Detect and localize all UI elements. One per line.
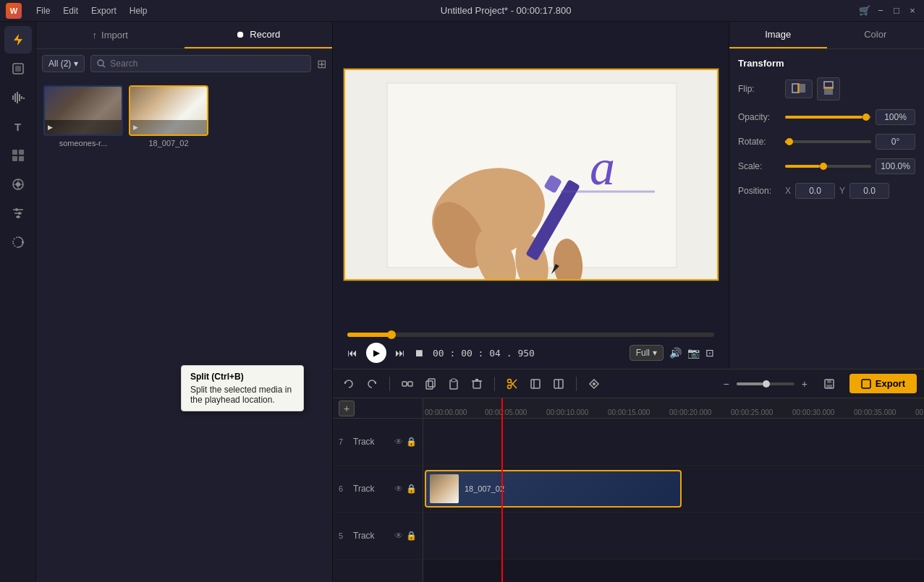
- split-tooltip: Split (Ctrl+B) Split the selected media …: [181, 365, 304, 411]
- scale-thumb[interactable]: [820, 163, 827, 170]
- opacity-label: Opacity:: [738, 112, 785, 122]
- lock-icon-6[interactable]: 🔒: [406, 484, 417, 494]
- opacity-fill: [785, 116, 862, 119]
- play-button[interactable]: ▶: [366, 343, 386, 363]
- sidebar-item-text[interactable]: T: [4, 113, 32, 140]
- grid-toggle[interactable]: ⊞: [317, 57, 326, 71]
- visibility-icon-5[interactable]: 👁: [394, 531, 403, 541]
- search-input[interactable]: [110, 59, 305, 69]
- svg-rect-69: [826, 385, 832, 388]
- zoom-out-button[interactable]: −: [720, 375, 732, 393]
- tab-image[interactable]: Image: [729, 22, 827, 48]
- track-number-5: 5: [339, 531, 347, 540]
- maximize-button[interactable]: □: [891, 5, 902, 17]
- marker-button[interactable]: [585, 375, 603, 393]
- flip-horizontal-button[interactable]: [785, 80, 813, 98]
- progress-bar[interactable]: [347, 333, 714, 337]
- opacity-thumb[interactable]: [862, 114, 870, 121]
- video-frame: a: [344, 69, 719, 281]
- svg-rect-54: [473, 381, 480, 388]
- ruler-mark-7: 00:00:35.000: [854, 408, 896, 416]
- chevron-down-icon: ▾: [74, 59, 78, 69]
- menu-export[interactable]: Export: [85, 4, 122, 17]
- position-x-input[interactable]: 0.0: [795, 183, 835, 199]
- rotate-thumb[interactable]: [786, 138, 793, 145]
- close-button[interactable]: ×: [907, 5, 918, 17]
- progress-thumb[interactable]: [387, 330, 396, 339]
- pip-button[interactable]: ⊡: [705, 347, 714, 359]
- svg-point-66: [593, 382, 595, 385]
- lock-icon-5[interactable]: 🔒: [406, 531, 417, 541]
- zoom-track[interactable]: [737, 382, 794, 385]
- list-item[interactable]: ▶ someones-r...: [43, 85, 123, 147]
- cut-button[interactable]: [504, 375, 521, 393]
- delete-button[interactable]: [468, 375, 486, 393]
- step-back-button[interactable]: ⏮: [347, 347, 357, 359]
- quality-selector[interactable]: Full ▾: [630, 345, 664, 361]
- visibility-icon-6[interactable]: 👁: [394, 484, 403, 494]
- rotate-slider[interactable]: [785, 140, 871, 143]
- svg-line-25: [103, 65, 105, 67]
- cart-icon[interactable]: 🛒: [859, 5, 870, 17]
- tab-color[interactable]: Color: [827, 22, 925, 48]
- app-logo: W: [6, 3, 22, 19]
- sidebar-item-filters[interactable]: [4, 200, 32, 227]
- playhead[interactable]: [501, 398, 503, 582]
- preview-video: a: [343, 68, 719, 281]
- motion-icon: [12, 236, 25, 249]
- step-forward-button[interactable]: ⏭: [395, 347, 405, 359]
- opacity-value[interactable]: 100%: [876, 109, 915, 125]
- export-button[interactable]: Export: [849, 374, 917, 393]
- undo-button[interactable]: [340, 375, 357, 393]
- list-item[interactable]: ▶ 18_007_02: [129, 85, 208, 147]
- tab-import[interactable]: ↑ Import: [36, 22, 185, 48]
- add-track-button[interactable]: +: [339, 401, 355, 416]
- menu-edit[interactable]: Edit: [57, 4, 84, 17]
- group-button[interactable]: [399, 375, 416, 393]
- timeline-track-7: [423, 419, 924, 466]
- svg-rect-40: [800, 84, 805, 93]
- sidebar-item-audio[interactable]: [4, 84, 32, 111]
- scale-controls: 100.0%: [785, 158, 915, 174]
- volume-button[interactable]: 🔊: [669, 347, 682, 359]
- redo-button[interactable]: [363, 375, 381, 393]
- tab-record[interactable]: ⏺ Record: [185, 22, 333, 48]
- layers-icon: [12, 62, 25, 75]
- track-name-6: Track: [353, 484, 389, 494]
- lock-icon-7[interactable]: 🔒: [406, 437, 417, 447]
- paste-button[interactable]: [445, 375, 462, 393]
- rotate-row: Rotate: 0°: [738, 134, 915, 150]
- x-label: X: [785, 186, 791, 196]
- sidebar-item-motion[interactable]: [4, 228, 32, 256]
- menu-help[interactable]: Help: [124, 4, 153, 17]
- scale-value[interactable]: 100.0%: [876, 158, 915, 174]
- sidebar-item-transitions[interactable]: [4, 55, 32, 82]
- copy-button[interactable]: [422, 375, 439, 393]
- svg-rect-2: [15, 66, 21, 72]
- screenshot-button[interactable]: 📷: [687, 347, 700, 359]
- preview-canvas: a: [333, 22, 729, 327]
- position-y-input[interactable]: 0.0: [849, 183, 889, 199]
- scale-slider[interactable]: [785, 165, 871, 168]
- save-button[interactable]: [821, 375, 838, 393]
- zoom-in-button[interactable]: +: [799, 375, 810, 393]
- zoom-slider: − +: [720, 375, 810, 393]
- filter-dropdown[interactable]: All (2) ▾: [42, 55, 85, 72]
- track-clip-6[interactable]: 18_007_02: [425, 470, 682, 508]
- opacity-slider[interactable]: [785, 116, 871, 119]
- minimize-button[interactable]: −: [875, 5, 886, 17]
- menu-file[interactable]: File: [30, 4, 56, 17]
- visibility-icon-7[interactable]: 👁: [394, 437, 403, 447]
- zoom-thumb[interactable]: [763, 380, 770, 388]
- track-name-7: Track: [353, 437, 389, 447]
- sidebar-item-templates[interactable]: [4, 142, 32, 169]
- sidebar-item-elements[interactable]: [4, 171, 32, 198]
- flip-vertical-button[interactable]: [817, 77, 840, 100]
- split-button[interactable]: [550, 375, 567, 393]
- sidebar-item-effects[interactable]: [4, 26, 32, 54]
- media-toolbar: All (2) ▾ ⊞: [36, 49, 332, 78]
- trim-button[interactable]: [527, 375, 544, 393]
- rotate-value[interactable]: 0°: [876, 134, 915, 150]
- stop-button[interactable]: ⏹: [414, 347, 424, 359]
- media-grid: ▶ someones-r... ▶ 18_007_02: [36, 78, 332, 155]
